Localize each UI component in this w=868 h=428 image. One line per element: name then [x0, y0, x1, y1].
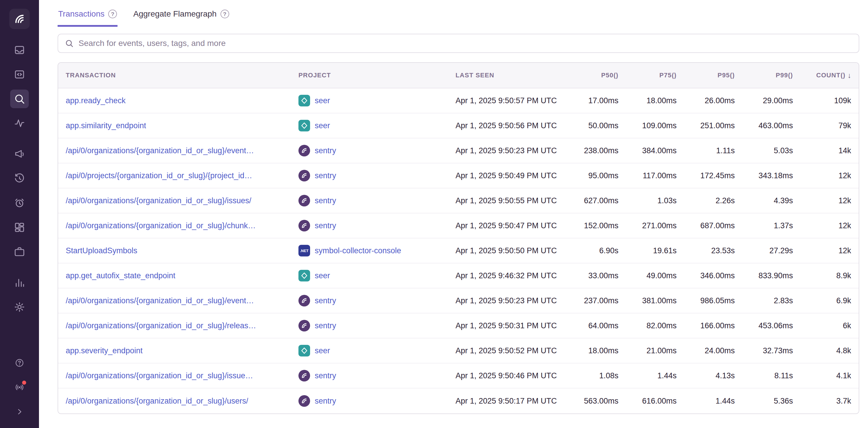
sentry-platform-icon — [300, 146, 309, 155]
sentry-logo-icon — [12, 11, 27, 27]
sidebar-item-home[interactable] — [9, 9, 30, 29]
transaction-link[interactable]: /api/0/organizations/{organization_id_or… — [66, 397, 248, 406]
p95-cell: 1.44s — [677, 397, 735, 406]
platform-icon — [299, 95, 310, 106]
sidebar-item-insights[interactable] — [10, 242, 29, 261]
p99-cell: 343.18ms — [735, 171, 793, 180]
sidebar-item-whats-new[interactable] — [10, 378, 29, 397]
project-link[interactable]: seer — [315, 271, 330, 280]
sidebar-item-projects[interactable] — [10, 65, 29, 84]
sentry-platform-icon — [300, 371, 309, 380]
help-icon[interactable]: ? — [108, 9, 117, 18]
project-link[interactable]: sentry — [315, 371, 336, 380]
sidebar-item-traces[interactable] — [10, 114, 29, 133]
column-header-count[interactable]: COUNT() ↓ — [793, 71, 851, 80]
sidebar-collapse-button[interactable] — [10, 402, 29, 421]
transaction-link[interactable]: app.get_autofix_state_endpoint — [66, 271, 176, 280]
tab-bar: Transactions ? Aggregate Flamegraph ? — [58, 8, 859, 27]
project-link[interactable]: sentry — [315, 321, 336, 330]
tab-aggregate-flamegraph[interactable]: Aggregate Flamegraph ? — [133, 8, 229, 27]
column-header-p99[interactable]: P99() — [735, 71, 793, 79]
p75-cell: 49.00ms — [618, 271, 677, 280]
column-header-p95[interactable]: P95() — [677, 71, 735, 79]
project-link[interactable]: sentry — [315, 171, 336, 180]
p99-cell: 5.03s — [735, 146, 793, 155]
p50-cell: 152.00ms — [560, 221, 618, 230]
count-cell: 6k — [793, 321, 851, 330]
transaction-link[interactable]: app.similarity_endpoint — [66, 121, 146, 130]
p75-cell: 1.44s — [618, 371, 677, 380]
platform-icon — [299, 220, 310, 231]
sidebar-item-stats[interactable] — [10, 273, 29, 292]
project-link[interactable]: seer — [315, 346, 330, 355]
transaction-cell: /api/0/organizations/{organization_id_or… — [66, 371, 299, 380]
p50-cell: 64.00ms — [560, 321, 618, 330]
project-link[interactable]: symbol-collector-console — [315, 246, 401, 255]
sidebar-item-feedback[interactable] — [10, 145, 29, 163]
transaction-link[interactable]: /api/0/organizations/{organization_id_or… — [66, 196, 251, 205]
table-row: /api/0/organizations/{organization_id_or… — [58, 189, 859, 213]
transaction-link[interactable]: app.severity_endpoint — [66, 346, 143, 355]
gear-icon — [13, 301, 26, 313]
platform-icon — [299, 120, 310, 131]
p99-cell: 4.39s — [735, 196, 793, 205]
sidebar-item-crons[interactable] — [10, 194, 29, 212]
count-cell: 12k — [793, 196, 851, 205]
sidebar-item-settings[interactable] — [10, 298, 29, 316]
transaction-link[interactable]: /api/0/organizations/{organization_id_or… — [66, 221, 256, 230]
transaction-link[interactable]: /api/0/organizations/{organization_id_or… — [66, 296, 254, 305]
help-icon[interactable]: ? — [220, 9, 229, 18]
tab-transactions[interactable]: Transactions ? — [58, 8, 118, 27]
p95-cell: 986.05ms — [677, 296, 735, 305]
p99-cell: 2.83s — [735, 296, 793, 305]
column-header-p50[interactable]: P50() — [560, 71, 618, 79]
project-link[interactable]: seer — [315, 121, 330, 130]
p99-cell: 463.00ms — [735, 121, 793, 130]
transaction-link[interactable]: /api/0/organizations/{organization_id_or… — [66, 321, 256, 330]
transaction-cell: app.get_autofix_state_endpoint — [66, 271, 299, 280]
p75-cell: 381.00ms — [618, 296, 677, 305]
sidebar-item-dashboards[interactable] — [10, 218, 29, 237]
transaction-link[interactable]: /api/0/projects/{organization_id_or_slug… — [66, 171, 252, 180]
column-header-p75[interactable]: P75() — [618, 71, 677, 79]
bar-chart-icon — [13, 276, 26, 289]
sidebar-item-explore[interactable] — [10, 90, 29, 108]
project-cell: seer — [299, 120, 456, 131]
column-header-transaction[interactable]: TRANSACTION — [66, 71, 299, 79]
project-link[interactable]: seer — [315, 96, 330, 105]
sidebar — [0, 0, 39, 428]
count-cell: 12k — [793, 246, 851, 255]
project-cell: .NET symbol-collector-console — [299, 245, 456, 257]
p75-cell: 19.61s — [618, 246, 677, 255]
app-root: Transactions ? Aggregate Flamegraph ? TR… — [0, 0, 868, 428]
project-link[interactable]: sentry — [315, 221, 336, 230]
column-header-last-seen[interactable]: LAST SEEN — [456, 71, 560, 79]
p50-cell: 95.00ms — [560, 171, 618, 180]
platform-icon — [299, 370, 310, 382]
table-header: TRANSACTION PROJECT LAST SEEN P50() P75(… — [58, 63, 859, 88]
sidebar-item-issues[interactable] — [10, 41, 29, 59]
transaction-link[interactable]: /api/0/organizations/{organization_id_or… — [66, 146, 254, 155]
column-header-project[interactable]: PROJECT — [299, 71, 456, 79]
project-link[interactable]: sentry — [315, 397, 336, 406]
p75-cell: 109.00ms — [618, 121, 677, 130]
p99-cell: 32.73ms — [735, 346, 793, 355]
project-cell: seer — [299, 345, 456, 357]
transaction-link[interactable]: StartUploadSymbols — [66, 246, 137, 255]
count-cell: 3.7k — [793, 397, 851, 406]
sentry-platform-icon — [300, 397, 309, 405]
sidebar-item-releases[interactable] — [10, 169, 29, 188]
search-input[interactable] — [79, 39, 852, 48]
p99-cell: 5.36s — [735, 397, 793, 406]
transaction-cell: app.ready_check — [66, 96, 299, 105]
column-header-count-label: COUNT() — [816, 71, 846, 79]
project-link[interactable]: sentry — [315, 296, 336, 305]
table-row: StartUploadSymbols .NET symbol-collector… — [58, 238, 859, 263]
last-seen-cell: Apr 1, 2025 9:50:23 PM UTC — [456, 296, 560, 305]
project-cell: sentry — [299, 295, 456, 306]
project-link[interactable]: sentry — [315, 196, 336, 205]
sidebar-item-help[interactable] — [10, 354, 29, 372]
project-link[interactable]: sentry — [315, 146, 336, 155]
transaction-link[interactable]: /api/0/organizations/{organization_id_or… — [66, 371, 253, 380]
transaction-link[interactable]: app.ready_check — [66, 96, 126, 105]
